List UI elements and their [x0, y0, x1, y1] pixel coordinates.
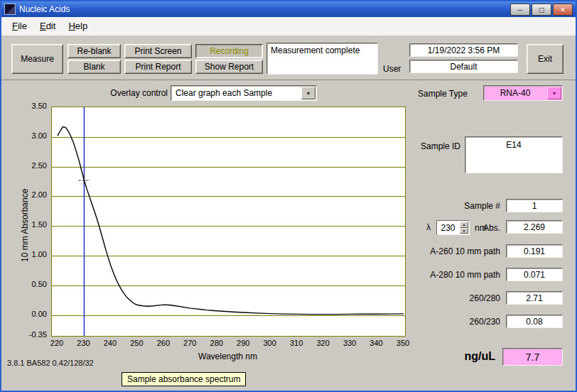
- title-bar: Nucleic Acids ─ ▢ ✕: [1, 1, 576, 17]
- menu-item-file[interactable]: File: [6, 17, 33, 36]
- y-tick-label: 1.50: [16, 220, 47, 229]
- measure-button[interactable]: Measure: [11, 44, 63, 74]
- ratio-260-230-value: 0.08: [506, 315, 563, 328]
- y-tick-label: 2.50: [16, 161, 47, 170]
- app-window: Nucleic Acids ─ ▢ ✕ FileEditHelp Measure…: [0, 0, 577, 392]
- app-icon: [4, 4, 16, 15]
- menu-bar: FileEditHelp: [1, 17, 576, 36]
- x-tick-label: 250: [126, 339, 147, 347]
- x-tick-label: 340: [366, 339, 387, 347]
- spectrum-svg: [52, 107, 405, 336]
- overlay-control-value: Clear graph each Sample: [171, 88, 301, 98]
- a260-label: A-260 10 mm path: [398, 246, 500, 256]
- abs-label: Abs.: [463, 223, 500, 233]
- a280-value: 0.071: [506, 268, 563, 281]
- x-tick-label: 280: [206, 339, 227, 347]
- ratio-260-280-label: 260/280: [398, 293, 500, 303]
- x-tick-label: 230: [72, 339, 94, 347]
- x-tick-label: 300: [259, 339, 281, 347]
- blank-button[interactable]: Blank: [68, 60, 121, 74]
- a280-label: A-280 10 mm path: [398, 270, 500, 280]
- user-field[interactable]: Default: [409, 60, 518, 73]
- spectrum-plot[interactable]: [51, 107, 406, 337]
- show-report-button[interactable]: Show Report: [195, 60, 263, 74]
- sample-number-label: Sample #: [429, 201, 500, 211]
- x-tick-label: 330: [339, 339, 360, 347]
- user-label: User: [383, 64, 401, 74]
- sample-number-value: 1: [506, 199, 563, 212]
- menu-item-help[interactable]: Help: [62, 17, 94, 36]
- x-tick-label: 270: [179, 339, 200, 347]
- x-tick-label: 260: [153, 339, 174, 347]
- x-tick-label: 220: [46, 339, 68, 347]
- concentration-unit-label: ng/uL: [426, 350, 495, 363]
- minimize-button[interactable]: ─: [510, 4, 530, 16]
- chevron-down-icon[interactable]: ▼: [301, 87, 316, 99]
- abs-value: 2.269: [506, 220, 563, 234]
- wavelength-value: 230: [437, 221, 459, 234]
- chart-tooltip: Sample absorbance spectrum: [122, 372, 246, 386]
- a260-value: 0.191: [506, 244, 563, 258]
- sample-type-label: Sample Type: [418, 89, 468, 99]
- close-button[interactable]: ✕: [553, 4, 573, 16]
- sample-type-dropdown[interactable]: RNA-40 ▼: [483, 85, 563, 101]
- chevron-down-icon[interactable]: ▼: [547, 87, 561, 99]
- ratio-260-280-value: 2.71: [506, 291, 563, 305]
- y-tick-label: 1.00: [16, 250, 47, 258]
- y-tick-label: 0.50: [16, 280, 47, 288]
- sample-type-value: RNA-40: [484, 88, 546, 98]
- x-axis-title: Wavelength nm: [51, 352, 404, 361]
- concentration-value: 7.7: [502, 348, 563, 366]
- x-tick-label: 320: [313, 339, 334, 347]
- y-tick-label: -0.35: [16, 330, 47, 339]
- lambda-label: λ: [426, 222, 431, 232]
- x-tick-label: 290: [232, 339, 254, 347]
- datetime-field: 1/19/2022 3:56 PM: [409, 43, 518, 57]
- y-tick-label: 2.00: [16, 190, 47, 199]
- overlay-control-dropdown[interactable]: Clear graph each Sample ▼: [171, 85, 317, 101]
- sample-id-label: Sample ID: [405, 141, 460, 151]
- print-screen-button[interactable]: Print Screen: [124, 44, 192, 58]
- window-title: Nucleic Acids: [19, 4, 70, 14]
- version-text: 3.8.1 BA582 0.42/128/32: [7, 359, 94, 367]
- y-tick-label: 3.50: [16, 102, 47, 110]
- x-tick-label: 240: [99, 339, 121, 347]
- overlay-control-label: Overlay control: [80, 88, 168, 98]
- reblank-button[interactable]: Re-blank: [68, 44, 121, 58]
- maximize-button[interactable]: ▢: [532, 4, 551, 16]
- y-tick-label: 3.00: [16, 131, 47, 140]
- measurement-status: Measurement complete: [266, 43, 378, 75]
- menu-item-edit[interactable]: Edit: [33, 17, 62, 36]
- x-tick-label: 310: [286, 339, 307, 347]
- y-tick-label: 0.00: [16, 310, 47, 318]
- ratio-260-230-label: 260/230: [398, 317, 500, 327]
- exit-button[interactable]: Exit: [527, 44, 563, 74]
- recording-button[interactable]: Recording: [195, 44, 263, 58]
- x-tick-label: 350: [392, 339, 414, 347]
- sample-id-field[interactable]: E14: [465, 136, 563, 173]
- print-report-button[interactable]: Print Report: [124, 60, 192, 74]
